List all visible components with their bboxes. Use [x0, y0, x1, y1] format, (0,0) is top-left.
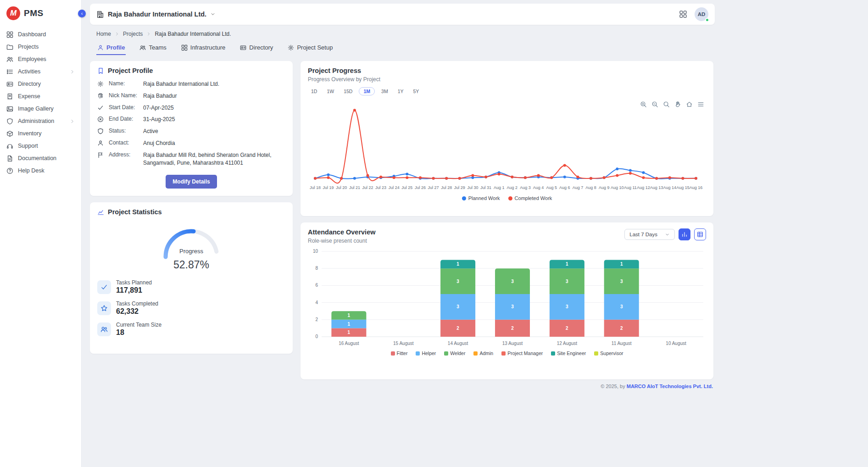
sidebar-item-expense[interactable]: Expense — [0, 90, 81, 103]
sidebar-item-directory[interactable]: Directory — [0, 78, 81, 90]
legend-label: Site Engineer — [557, 350, 586, 356]
svg-text:Jul 21: Jul 21 — [349, 185, 360, 190]
sidebar-item-support[interactable]: Support — [0, 140, 81, 152]
chevron-right-icon — [70, 69, 75, 74]
sidebar-item-projects[interactable]: Projects — [0, 41, 81, 53]
pan-icon[interactable] — [674, 101, 681, 108]
range-button-15d[interactable]: 15D — [340, 87, 356, 95]
svg-text:Aug 2: Aug 2 — [507, 185, 518, 190]
card-title-attendance-overview: Attendance Overview — [308, 228, 375, 236]
svg-text:1: 1 — [456, 261, 459, 267]
range-button-5y[interactable]: 5Y — [410, 87, 422, 95]
svg-text:Jul 18: Jul 18 — [310, 185, 321, 190]
range-button-1y[interactable]: 1Y — [395, 87, 407, 95]
svg-text:Jul 20: Jul 20 — [336, 185, 347, 190]
zoom-icon[interactable] — [663, 101, 670, 108]
legend-item-completed-work[interactable]: Completed Work — [508, 195, 552, 201]
svg-text:10: 10 — [313, 249, 318, 254]
main-area: Raja Bahadur International Ltd. AD HomeP… — [82, 0, 868, 467]
tab-directory[interactable]: Directory — [239, 41, 274, 55]
person-icon — [97, 44, 104, 51]
svg-text:2: 2 — [456, 326, 459, 331]
zoom-out-icon[interactable] — [651, 101, 658, 108]
sidebar-item-administration[interactable]: Administration — [0, 115, 81, 128]
sidebar-item-label: Expense — [18, 94, 40, 100]
svg-text:11 August: 11 August — [612, 341, 632, 346]
stat-label: Current Team Size — [116, 322, 161, 328]
avatar[interactable]: AD — [695, 7, 708, 21]
sidebar-item-inventory[interactable]: Inventory — [0, 128, 81, 140]
tab-teams[interactable]: Teams — [139, 41, 167, 55]
sidebar-item-image-gallery[interactable]: Image Gallery — [0, 103, 81, 115]
sidebar-item-documentation[interactable]: Documentation — [0, 152, 81, 165]
profile-fields: Name:Raja Bahadur International Ltd.Nick… — [97, 80, 285, 167]
receipt-icon — [6, 93, 13, 100]
stat-value: 18 — [116, 328, 161, 337]
breadcrumb-item-raja-bahadur-international-ltd: Raja Bahadur International Ltd. — [155, 31, 231, 37]
sidebar-item-activities[interactable]: Activities — [0, 66, 81, 78]
legend-item-fitter[interactable]: Fitter — [391, 350, 408, 356]
image-icon — [6, 106, 13, 112]
menu-icon[interactable] — [697, 101, 704, 108]
field-value: 31-Aug-2025 — [143, 116, 175, 123]
footer-company-link[interactable]: MARCO AIoT Technologies Pvt. Ltd. — [627, 384, 713, 389]
range-button-1d[interactable]: 1D — [308, 87, 320, 95]
range-button-3m[interactable]: 3M — [378, 87, 391, 95]
chart-line-icon — [97, 209, 104, 216]
table-view-button[interactable] — [694, 228, 706, 240]
gear-icon — [288, 44, 294, 51]
svg-text:Aug 9: Aug 9 — [599, 185, 610, 190]
legend-dot — [508, 196, 512, 200]
statistics-list: Tasks Planned117,891Tasks Completed62,33… — [97, 279, 285, 337]
svg-text:1: 1 — [566, 261, 568, 267]
box-icon — [6, 130, 13, 137]
modify-details-button[interactable]: Modify Details — [166, 175, 217, 189]
doc-icon — [6, 155, 13, 162]
date-range-select[interactable]: Last 7 Days — [624, 229, 675, 240]
stat-value: 62,332 — [116, 307, 158, 316]
tab-infrastructure[interactable]: Infrastructure — [180, 41, 227, 55]
legend-item-project-manager[interactable]: Project Manager — [501, 350, 543, 356]
app-logo[interactable]: M PMS — [0, 0, 81, 27]
time-range-selector: 1D1W15D1M3M1Y5Y — [308, 87, 706, 95]
legend-item-welder[interactable]: Welder — [444, 350, 465, 356]
headset-icon — [6, 143, 13, 150]
legend-item-helper[interactable]: Helper — [416, 350, 436, 356]
sidebar-item-label: Administration — [18, 118, 54, 124]
svg-text:2: 2 — [315, 317, 318, 322]
breadcrumb-item-home[interactable]: Home — [96, 31, 111, 37]
sidebar-item-employees[interactable]: Employees — [0, 53, 81, 66]
svg-text:Aug 6: Aug 6 — [559, 185, 570, 190]
sidebar-item-dashboard[interactable]: Dashboard — [0, 28, 81, 41]
profile-field-nick-name: Nick Name:Raja Bahadur — [97, 92, 285, 100]
legend-item-admin[interactable]: Admin — [473, 350, 493, 356]
range-button-1w[interactable]: 1W — [323, 87, 337, 95]
sidebar-item-label: Image Gallery — [18, 106, 54, 112]
svg-text:Aug 8: Aug 8 — [585, 185, 596, 190]
legend-item-site-engineer[interactable]: Site Engineer — [551, 350, 586, 356]
star-icon — [97, 301, 111, 315]
tab-profile[interactable]: Profile — [96, 41, 126, 55]
zoom-in-icon[interactable] — [640, 101, 647, 108]
sidebar-item-label: Support — [18, 143, 38, 149]
project-profile-card: Project Profile Name:Raja Bahadur Intern… — [90, 61, 293, 196]
company-selector[interactable]: Raja Bahadur International Ltd. — [96, 11, 216, 18]
range-button-1m[interactable]: 1M — [359, 87, 375, 95]
breadcrumb-item-projects[interactable]: Projects — [123, 31, 143, 37]
sidebar-item-help-desk[interactable]: Help Desk — [0, 165, 81, 177]
tab-label: Teams — [149, 44, 166, 51]
legend-item-planned-work[interactable]: Planned Work — [462, 195, 500, 201]
gear-icon — [97, 81, 104, 87]
help-icon — [6, 167, 13, 174]
svg-text:Jul 26: Jul 26 — [415, 185, 426, 190]
chart-view-button[interactable] — [679, 228, 690, 240]
svg-text:Aug 12: Aug 12 — [637, 185, 650, 190]
card-title-project-profile: Project Profile — [108, 67, 153, 74]
tab-project-setup[interactable]: Project Setup — [287, 41, 334, 55]
svg-text:Aug 15: Aug 15 — [676, 185, 690, 190]
profile-field-status: Status:Active — [97, 128, 285, 135]
home-icon[interactable] — [686, 101, 693, 108]
sidebar-collapse-button[interactable]: ‹ — [78, 10, 86, 17]
legend-item-supervisor[interactable]: Supervisor — [594, 350, 623, 356]
apps-grid-icon[interactable] — [679, 10, 687, 18]
